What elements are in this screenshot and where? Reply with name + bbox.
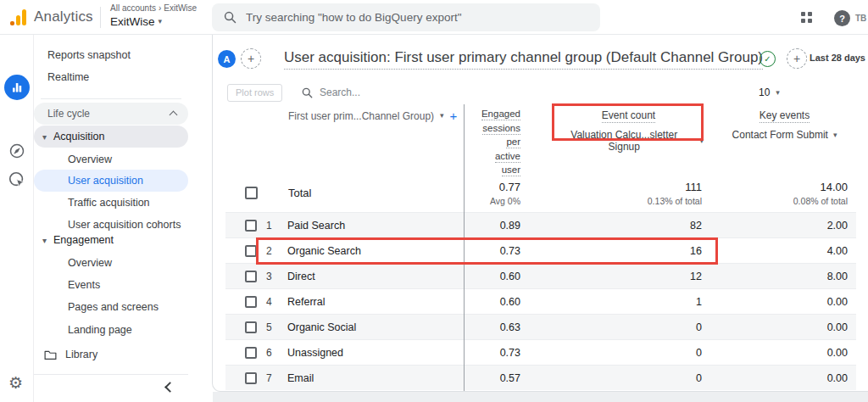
help-icon[interactable] [834, 10, 850, 26]
sidebar-item-user-acquisition[interactable]: User acquisition [34, 170, 188, 192]
explore-icon[interactable] [8, 142, 25, 159]
brand-name: Analytics [34, 8, 93, 25]
add-comparison-icon[interactable] [241, 48, 261, 69]
report-title[interactable]: User acquisition: First user primary cha… [284, 49, 763, 66]
sidebar-item-traffic-acquisition[interactable]: Traffic acquisition [34, 192, 188, 214]
nav-icon-rail [0, 35, 34, 402]
bar-chart-icon [10, 81, 24, 94]
sidebar-item-acquisition-overview[interactable]: Overview [34, 148, 188, 170]
table-total-row: Total 0.77 Avg 0% 111 0.13% of total 14.… [225, 175, 856, 211]
search-icon [302, 87, 313, 98]
chevron-up-icon [170, 111, 178, 120]
channel-name: Unassigned [287, 347, 461, 359]
apps-grid-icon[interactable] [801, 12, 812, 23]
account-property-switcher[interactable]: All accounts ExitWise ExitWise [110, 4, 197, 28]
sidebar-collection-life-cycle[interactable]: Life cycle [34, 103, 188, 125]
global-search[interactable] [212, 3, 600, 31]
comparison-chip[interactable]: A [218, 50, 236, 68]
total-events-note: 0.13% of total [648, 196, 702, 206]
total-key-events-note: 0.08% of total [793, 196, 848, 206]
property-name: ExitWise [110, 16, 155, 28]
row-checkbox[interactable] [245, 372, 257, 384]
sidebar-item-landing-page[interactable]: Landing page [34, 319, 188, 341]
sidebar-item-events[interactable]: Events [34, 274, 188, 296]
chevron-down-icon [776, 89, 780, 97]
total-checkbox[interactable] [245, 187, 258, 199]
folder-icon [44, 349, 57, 360]
reports-sidebar: Reports snapshot Realtime Life cycle Acq… [34, 35, 197, 402]
divider [100, 7, 101, 28]
arrow-down-icon [42, 131, 47, 142]
table-row: 4 Referral 0.60 1 0.00 [225, 288, 856, 314]
channel-name: Direct [287, 271, 461, 282]
row-checkbox[interactable] [245, 271, 257, 282]
divider [41, 98, 181, 99]
arrow-down-icon [42, 234, 47, 246]
date-range-selector[interactable]: Last 28 days [810, 53, 865, 63]
table-row: 5 Organic Social 0.63 0 0.00 [225, 314, 856, 339]
row-checkbox[interactable] [245, 347, 257, 359]
column-header-engaged-sessions[interactable]: Engaged sessions per active user [424, 107, 520, 177]
row-checkbox[interactable] [245, 220, 257, 232]
table-search[interactable] [302, 83, 505, 102]
sidebar-item-pages-and-screens[interactable]: Pages and screens [34, 296, 188, 318]
table-row: 6 Unassigned 0.73 0 0.00 [225, 339, 856, 365]
event-selector[interactable]: Valuation Calcu...sletter Signup [554, 129, 694, 153]
sidebar-item-realtime[interactable]: Realtime [34, 66, 188, 88]
search-icon [224, 11, 236, 24]
table-row: 1 Paid Search 0.89 82 2.00 [225, 212, 856, 237]
divider [34, 374, 188, 375]
top-bar: Analytics All accounts ExitWise ExitWise [0, 0, 868, 35]
column-header-event-count[interactable]: Event count Valuation Calcu...sletter Si… [554, 107, 704, 153]
breadcrumb-account: All accounts [110, 4, 156, 13]
collapse-sidebar-icon[interactable] [164, 382, 175, 393]
data-quality-check-icon[interactable] [760, 51, 776, 67]
total-label: Total [288, 187, 461, 199]
channel-name: Organic Social [287, 321, 461, 333]
chevron-down-icon [159, 18, 163, 25]
sidebar-item-library[interactable]: Library [34, 343, 188, 366]
sidebar-item-acquisition[interactable]: Acquisition [34, 126, 188, 148]
customize-report-icon[interactable] [787, 48, 807, 69]
sidebar-item-engagement[interactable]: Engagement [34, 229, 188, 251]
row-checkbox[interactable] [245, 245, 257, 257]
row-checkbox[interactable] [245, 296, 257, 308]
rows-per-page-select[interactable]: 10 [759, 87, 780, 98]
analytics-logo-icon[interactable] [10, 8, 29, 25]
plot-rows-button[interactable]: Plot rows [227, 84, 282, 102]
sidebar-item-reports-snapshot[interactable]: Reports snapshot [34, 44, 188, 66]
table-row: 2 Organic Search 0.73 16 4.00 [225, 237, 856, 263]
reports-icon[interactable] [4, 75, 30, 100]
total-engaged: 0.77 [499, 181, 520, 193]
row-checkbox[interactable] [245, 321, 257, 333]
table-row: 7 Email 0.57 0 0.00 [225, 365, 856, 390]
channel-name: Email [287, 372, 461, 384]
ga4-user-acquisition-screen: Analytics All accounts ExitWise ExitWise [0, 0, 868, 402]
channel-name: Referral [287, 296, 461, 308]
table-search-input[interactable] [320, 87, 472, 98]
global-search-input[interactable] [246, 11, 588, 24]
sidebar-item-engagement-overview[interactable]: Overview [34, 252, 188, 274]
table-row: 3 Direct 0.60 12 8.00 [225, 263, 856, 288]
column-header-key-events[interactable]: Key events Contact Form Submit [715, 107, 854, 141]
chevron-right-icon [159, 4, 161, 13]
channel-name: Organic Search [287, 245, 461, 257]
avatar[interactable]: TB [855, 14, 866, 23]
breadcrumb-entity: ExitWise [164, 4, 197, 13]
chevron-down-icon [833, 131, 837, 139]
total-key-events: 14.00 [820, 181, 848, 193]
total-events: 111 [685, 181, 702, 193]
admin-gear-icon[interactable] [8, 375, 23, 391]
total-engaged-note: Avg 0% [490, 196, 520, 206]
channel-name: Paid Search [287, 220, 461, 232]
table-body: 1 Paid Search 0.89 82 2.00 2 Organic Sea… [225, 212, 856, 390]
advertising-icon[interactable] [8, 170, 26, 189]
page-background [213, 392, 868, 402]
key-event-selector[interactable]: Contact Form Submit [732, 129, 828, 141]
chevron-down-icon [699, 137, 704, 145]
